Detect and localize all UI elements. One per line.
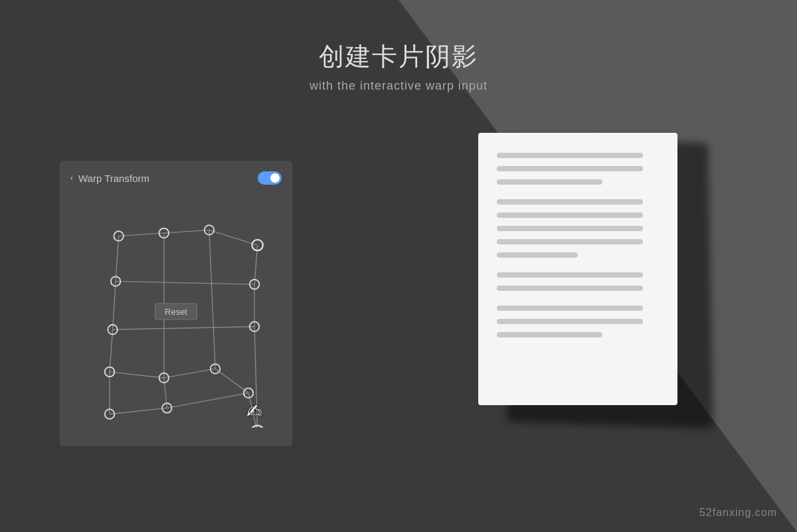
doc-line xyxy=(497,166,643,171)
doc-line xyxy=(497,332,602,337)
toggle-switch[interactable] xyxy=(258,171,282,185)
doc-line xyxy=(497,153,643,158)
panel-header: ‹ Warp Transform xyxy=(70,171,282,185)
doc-line xyxy=(497,179,602,185)
doc-line xyxy=(497,252,578,258)
cursor-hand-icon: ✍︎ xyxy=(246,402,262,421)
doc-line xyxy=(497,239,643,244)
card-container xyxy=(478,133,691,412)
doc-line xyxy=(497,272,643,278)
title-chinese: 创建卡片阴影 xyxy=(0,40,797,74)
branding-text: 52fanxing.com xyxy=(699,507,777,519)
panel-title: Warp Transform xyxy=(78,173,149,184)
header: 创建卡片阴影 with the interactive warp input xyxy=(0,40,797,93)
chevron-icon: ‹ xyxy=(70,173,73,183)
doc-line xyxy=(497,199,643,205)
doc-line xyxy=(497,213,643,218)
warp-panel: ‹ Warp Transform xyxy=(60,161,292,446)
title-english: with the interactive warp input xyxy=(0,79,797,93)
card-document xyxy=(478,133,677,405)
doc-line xyxy=(497,226,643,231)
warp-grid-area[interactable]: Reset ✍︎ xyxy=(70,195,282,428)
doc-line xyxy=(497,306,643,311)
doc-line xyxy=(497,319,643,324)
reset-button[interactable]: Reset xyxy=(155,304,197,320)
doc-line xyxy=(497,286,643,291)
panel-header-left: ‹ Warp Transform xyxy=(70,173,149,184)
